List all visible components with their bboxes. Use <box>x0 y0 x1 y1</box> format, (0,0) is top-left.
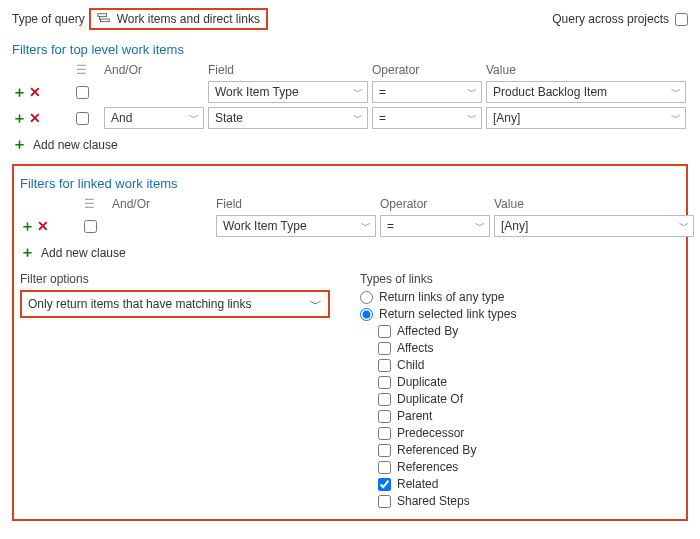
group-icon: ☰ <box>76 63 100 77</box>
radio-any-type[interactable] <box>360 291 373 304</box>
cross-projects-checkbox[interactable] <box>675 13 688 26</box>
link-type-label: Affected By <box>397 324 458 338</box>
link-type-row: Shared Steps <box>378 494 680 508</box>
link-type-label: Related <box>397 477 438 491</box>
field-select[interactable]: State﹀ <box>208 107 368 129</box>
col-value: Value <box>494 197 694 211</box>
field-select[interactable]: Work Item Type﹀ <box>216 215 376 237</box>
link-type-checkbox[interactable] <box>378 325 391 338</box>
link-type-checkbox[interactable] <box>378 427 391 440</box>
chevron-down-icon: ﹀ <box>353 111 363 125</box>
clause-checkbox[interactable] <box>84 220 97 233</box>
link-type-label: Parent <box>397 409 432 423</box>
linked-filters-header: Filters for linked work items <box>20 176 680 191</box>
chevron-down-icon: ﹀ <box>310 296 322 313</box>
query-type-value: Work items and direct links <box>117 12 260 26</box>
remove-clause-icon[interactable]: ✕ <box>29 84 41 100</box>
chevron-down-icon: ﹀ <box>679 219 689 233</box>
add-clause-icon[interactable]: ＋ <box>20 217 35 236</box>
clause-row: ＋ ✕ Work Item Type﹀ =﹀ Product Backlog I… <box>12 81 688 103</box>
link-type-label: Duplicate Of <box>397 392 463 406</box>
chevron-down-icon: ﹀ <box>671 111 681 125</box>
remove-clause-icon[interactable]: ✕ <box>37 218 49 234</box>
link-type-row: Child <box>378 358 680 372</box>
remove-clause-icon[interactable]: ✕ <box>29 110 41 126</box>
chevron-down-icon: ﹀ <box>189 111 199 125</box>
col-operator: Operator <box>372 63 482 77</box>
andor-select[interactable]: And﹀ <box>104 107 204 129</box>
add-clause-icon[interactable]: ＋ <box>20 243 35 262</box>
link-type-row: Affects <box>378 341 680 355</box>
chevron-down-icon: ﹀ <box>467 85 477 99</box>
link-type-row: Affected By <box>378 324 680 338</box>
clause-checkbox[interactable] <box>76 112 89 125</box>
link-types-label: Types of links <box>360 272 680 286</box>
query-type-icon <box>97 12 111 26</box>
type-of-query-label: Type of query <box>12 12 85 26</box>
cross-projects-label: Query across projects <box>552 12 669 26</box>
radio-selected-types[interactable] <box>360 308 373 321</box>
link-type-label: Duplicate <box>397 375 447 389</box>
filter-options-label: Filter options <box>20 272 330 286</box>
radio-any-label: Return links of any type <box>379 290 504 304</box>
col-field: Field <box>216 197 376 211</box>
link-type-label: Shared Steps <box>397 494 470 508</box>
add-clause-link[interactable]: Add new clause <box>41 246 126 260</box>
radio-selected-label: Return selected link types <box>379 307 516 321</box>
value-select[interactable]: [Any]﹀ <box>494 215 694 237</box>
link-type-row: References <box>378 460 680 474</box>
query-type-selector[interactable]: Work items and direct links <box>89 8 268 30</box>
link-type-checkbox[interactable] <box>378 359 391 372</box>
link-type-checkbox[interactable] <box>378 376 391 389</box>
link-type-row: Duplicate Of <box>378 392 680 406</box>
value-select[interactable]: [Any]﹀ <box>486 107 686 129</box>
operator-select[interactable]: =﹀ <box>380 215 490 237</box>
filter-options-value: Only return items that have matching lin… <box>28 297 251 311</box>
link-type-row: Related <box>378 477 680 491</box>
link-type-checkbox[interactable] <box>378 393 391 406</box>
filter-options-select[interactable]: Only return items that have matching lin… <box>20 290 330 318</box>
chevron-down-icon: ﹀ <box>475 219 485 233</box>
col-value: Value <box>486 63 686 77</box>
link-type-row: Referenced By <box>378 443 680 457</box>
chevron-down-icon: ﹀ <box>671 85 681 99</box>
operator-select[interactable]: =﹀ <box>372 107 482 129</box>
link-type-checkbox[interactable] <box>378 410 391 423</box>
chevron-down-icon: ﹀ <box>467 111 477 125</box>
operator-select[interactable]: =﹀ <box>372 81 482 103</box>
add-clause-icon[interactable]: ＋ <box>12 109 27 128</box>
link-type-checkbox[interactable] <box>378 478 391 491</box>
link-type-label: Child <box>397 358 424 372</box>
col-field: Field <box>208 63 368 77</box>
col-andor: And/Or <box>104 63 204 77</box>
svg-rect-1 <box>100 19 109 22</box>
group-icon: ☰ <box>84 197 108 211</box>
linked-filters-section: Filters for linked work items ☰ And/Or F… <box>12 164 688 521</box>
link-type-label: Predecessor <box>397 426 464 440</box>
link-type-label: Affects <box>397 341 433 355</box>
link-type-row: Predecessor <box>378 426 680 440</box>
link-type-label: Referenced By <box>397 443 476 457</box>
add-clause-icon[interactable]: ＋ <box>12 135 27 154</box>
clause-row: ＋ ✕ And﹀ State﹀ =﹀ [Any]﹀ <box>12 107 688 129</box>
link-type-checkbox[interactable] <box>378 461 391 474</box>
col-andor: And/Or <box>112 197 212 211</box>
top-filters-header: Filters for top level work items <box>12 42 688 57</box>
clause-checkbox[interactable] <box>76 86 89 99</box>
clause-row: ＋ ✕ Work Item Type﹀ =﹀ [Any]﹀ <box>20 215 680 237</box>
field-select[interactable]: Work Item Type﹀ <box>208 81 368 103</box>
value-select[interactable]: Product Backlog Item﹀ <box>486 81 686 103</box>
col-operator: Operator <box>380 197 490 211</box>
link-type-label: References <box>397 460 458 474</box>
add-clause-link[interactable]: Add new clause <box>33 138 118 152</box>
link-type-row: Duplicate <box>378 375 680 389</box>
add-clause-icon[interactable]: ＋ <box>12 83 27 102</box>
chevron-down-icon: ﹀ <box>353 85 363 99</box>
svg-rect-0 <box>98 14 107 17</box>
link-type-checkbox[interactable] <box>378 444 391 457</box>
link-type-checkbox[interactable] <box>378 495 391 508</box>
chevron-down-icon: ﹀ <box>361 219 371 233</box>
link-type-row: Parent <box>378 409 680 423</box>
link-type-checkbox[interactable] <box>378 342 391 355</box>
